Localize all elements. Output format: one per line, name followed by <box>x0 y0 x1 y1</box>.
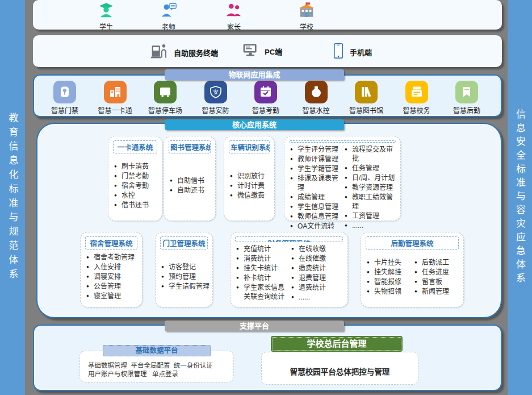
right-pillar-label: 信息安全标准与容灾应急体系 <box>513 109 527 286</box>
iot-label: 智慧考勤 <box>252 105 279 115</box>
iot-label: 智慧安防 <box>202 105 229 115</box>
student-icon <box>98 2 115 21</box>
base-platform-line2: 用户账户与权限管理 单点登录 <box>88 370 228 379</box>
list-item: 微信缴费 <box>230 191 265 200</box>
list-item: 成绩管理 <box>290 193 344 202</box>
list-item: 入住安排 <box>86 263 135 272</box>
system-item-list: 后勤派工任务进度留言板新闻管理 <box>414 257 461 297</box>
list-item: 挂失解挂 <box>367 268 413 277</box>
system-card-academic: 教务管理系统 学生评分管理教师评课管理学生学籍管理排课及课表管理成绩管理学生信息… <box>284 136 401 221</box>
support-panel: 基础数据平台 基础数据管理 平台全局配置 统一身份认证 用户账户与权限管理 单点… <box>33 325 502 391</box>
list-item: 自助还书 <box>170 186 204 195</box>
list-item: 学生请假管理 <box>161 282 210 291</box>
user-label: 学校 <box>300 22 313 31</box>
list-item: 充值统计 <box>236 244 290 253</box>
list-item: 计时计费 <box>230 181 265 190</box>
iot-label: 智慧校务 <box>403 105 430 115</box>
iot-label: 智慧水控 <box>302 105 329 115</box>
system-item-list: 流程提交及审批任务管理日/周、月计划教学资源管理教职工绩效管理工资管理.....… <box>345 144 398 231</box>
iot-item-logistics: 智慧后勤 <box>445 81 488 116</box>
list-item: 宿舍考勤 <box>114 181 149 190</box>
door-access-icon <box>53 81 76 103</box>
system-item-list: 充值统计消费统计挂失卡统计补卡统计学生家长信息关联查询统计 <box>236 244 290 302</box>
list-item: 借书还书 <box>114 201 149 210</box>
school-admin-body: 智慧校园平台总体把控与管理 <box>290 365 390 377</box>
iot-section-header: 物联网应用集成 <box>165 69 344 80</box>
base-platform-line1: 基础数据管理 平台全局配置 统一身份认证 <box>88 361 228 370</box>
system-item-list: 刷卡消费门禁考勤宿舍考勤水控借书还书 <box>114 161 149 210</box>
desktop-icon <box>242 43 259 60</box>
list-item: 识别放行 <box>230 172 265 181</box>
terminals-panel: 自助服务终端 PC端 手机端 <box>33 35 502 67</box>
list-item: 公告管理 <box>86 282 135 291</box>
list-item: 教师信息管理 <box>290 212 344 221</box>
list-item: 在线收缴 <box>291 244 345 253</box>
support-section-header: 支撑平台 <box>165 321 344 331</box>
list-item: 挂失卡统计 <box>236 264 290 273</box>
list-item: 宿舍考勤管理 <box>86 253 135 262</box>
system-item-list: 在线收缴在线催缴缴费统计退费管理退费统计...... <box>291 244 345 302</box>
list-item: 刷卡消费 <box>114 162 149 171</box>
user-label: 家长 <box>227 22 241 31</box>
user-label: 老师 <box>162 22 175 31</box>
user-group-parents: 家长 <box>210 2 258 31</box>
list-item: 教师评课管理 <box>290 155 344 164</box>
list-item: 退费统计 <box>291 283 345 292</box>
list-item: 消费统计 <box>236 254 290 263</box>
teacher-icon <box>160 2 177 21</box>
terminal-group-kiosk: 自助服务终端 <box>150 43 218 62</box>
water-control-icon <box>305 81 328 103</box>
list-item: 门禁考勤 <box>114 172 149 181</box>
iot-label: 智慧门禁 <box>51 105 78 115</box>
terminal-group-mobile: 手机端 <box>333 43 372 61</box>
list-item: 任务进度 <box>414 268 461 277</box>
list-item: 在线催缴 <box>291 254 345 263</box>
left-pillar-label: 教育信息化标准与规范体系 <box>6 113 20 283</box>
kiosk-icon <box>150 43 168 62</box>
system-item-list: 识别放行计时计费微信缴费 <box>230 171 265 201</box>
list-item: OA文件流转 <box>290 222 344 231</box>
list-item: ...... <box>345 221 398 230</box>
system-card-title: 宿舍管理系统 <box>85 236 137 250</box>
list-item: 失物招领 <box>367 287 413 296</box>
user-group-student: 学生 <box>82 2 131 31</box>
terminal-label: 手机端 <box>350 47 372 57</box>
iot-item-door-access: 智慧门禁 <box>43 81 86 116</box>
iot-item-library: 智慧图书馆 <box>345 81 388 116</box>
parking-icon <box>154 81 177 103</box>
list-item: 访客登记 <box>161 263 210 272</box>
school-icon <box>298 2 316 21</box>
iot-panel: 智慧门禁 智慧一卡通 <box>33 74 502 117</box>
users-panel: 学生 老师 家长 <box>33 0 502 30</box>
system-card-gate-guard: 门卫管理系统 访客登记预约管理学生请假管理 <box>155 232 213 307</box>
list-item: 工资管理 <box>345 211 398 221</box>
security-shield-icon: 安 <box>204 81 227 103</box>
core-panel: 一卡通系统 刷卡消费门禁考勤宿舍考勤水控借书还书 图书管理系统 自助借书自助还书… <box>36 123 502 318</box>
list-item: 日/周、月计划 <box>345 173 398 182</box>
core-section-header: 核心应用系统 <box>165 119 344 130</box>
iot-item-campus-affairs: 智慧校务 <box>395 81 438 116</box>
list-item: 排课及课表管理 <box>290 174 344 192</box>
library-books-icon <box>355 81 378 103</box>
iot-label: 智慧一卡通 <box>98 105 132 115</box>
list-item: 学生家长信息关联查询统计 <box>236 283 290 301</box>
system-card-finance: 财务管理系统 充值统计消费统计挂失卡统计补卡统计学生家长信息关联查询统计 在线收… <box>230 232 348 307</box>
list-item: 水控 <box>114 191 149 200</box>
list-item: 预约管理 <box>161 272 210 281</box>
iot-item-parking: 智慧停车场 <box>144 81 187 116</box>
left-pillar: 教育信息化标准与规范体系 <box>0 0 25 395</box>
list-item: 学生信息管理 <box>290 202 344 211</box>
parents-icon <box>225 2 242 21</box>
system-card-vehicle: 车辆识别系统 识别放行计时计费微信缴费 <box>224 136 275 221</box>
iot-item-attendance: 智慧考勤 <box>244 81 287 116</box>
iot-item-water: 智慧水控 <box>295 81 338 116</box>
school-admin-header: 学校总后台管理 <box>271 336 403 352</box>
user-group-teacher: 老师 <box>144 2 193 31</box>
base-data-platform-header: 基础数据平台 <box>103 345 211 356</box>
campus-affairs-icon <box>405 81 428 103</box>
mobile-icon <box>333 43 344 61</box>
system-card-onecard: 一卡通系统 刷卡消费门禁考勤宿舍考勤水控借书还书 <box>108 136 162 221</box>
system-item-list: 宿舍考勤管理入住安排调寝安排公告管理寝室管理 <box>86 252 135 301</box>
iot-label: 智慧停车场 <box>148 105 182 115</box>
list-item: 教学资源管理 <box>345 183 398 192</box>
